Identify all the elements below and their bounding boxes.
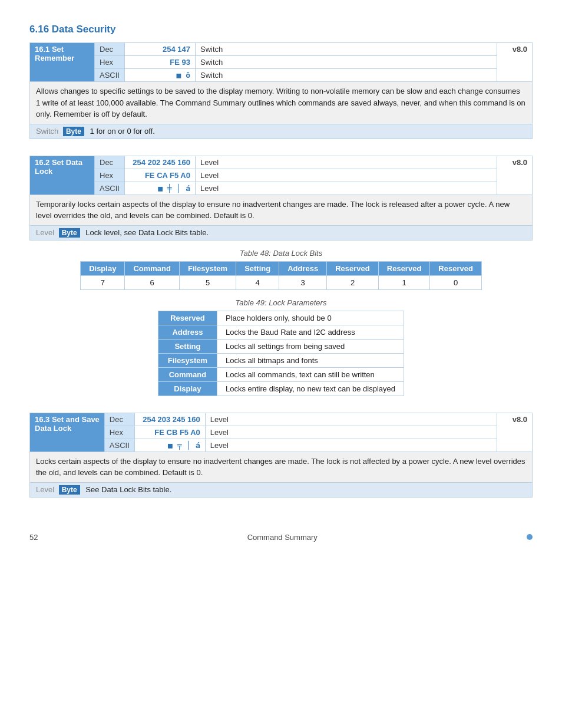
- cmd-163-hex-value: FE CB F5 A0: [134, 426, 205, 439]
- footer-label: Command Summary: [247, 533, 318, 542]
- cmd-162-param2: Level: [195, 169, 497, 182]
- cmd-162-param3: Level: [195, 182, 497, 195]
- cmd-163-version: v8.0: [497, 413, 533, 452]
- cmd-162-dec-value: 254 202 245 160: [124, 156, 195, 169]
- table49-row-5: DisplayLocks entire display, no new text…: [158, 381, 404, 396]
- table48-header-2: Filesystem: [179, 261, 236, 275]
- table48-value-1: 6: [125, 275, 180, 289]
- cmd-161-table: 16.1 Set Remember Dec 254 147 Switch v8.…: [29, 42, 533, 139]
- table48-value-7: 0: [430, 275, 482, 289]
- table48: DisplayCommandFilesystemSettingAddressRe…: [80, 261, 482, 290]
- cmd-163-param1: Level: [205, 413, 497, 426]
- table49-desc-5: Locks entire display, no new text can be…: [217, 381, 404, 396]
- table48-value-5: 2: [327, 275, 379, 289]
- table48-header-3: Setting: [236, 261, 279, 275]
- cmd-161-description: Allows changes to specific settings to b…: [30, 82, 533, 124]
- cmd-162-table: 16.2 Set Data Lock Dec 254 202 245 160 L…: [29, 156, 533, 241]
- table49: ReservedPlace holders only, should be 0A…: [158, 311, 404, 396]
- cmd-161-hex-value: FE 93: [124, 56, 195, 69]
- cmd-162-ascii-label: ASCII: [95, 182, 125, 195]
- cmd-163-param-row: Level Byte See Data Lock Bits table.: [30, 482, 533, 497]
- section-162: 16.2 Set Data Lock Dec 254 202 245 160 L…: [29, 156, 533, 396]
- cmd-162-version: v8.0: [497, 156, 533, 195]
- cmd-162-hex-label: Hex: [95, 169, 125, 182]
- footer-page: 52: [29, 533, 38, 542]
- table49-desc-2: Locks all settings from being saved: [217, 339, 404, 353]
- table49-name-4: Command: [158, 367, 217, 381]
- section-163: 16.3 Set and Save Data Lock Dec 254 203 …: [29, 413, 533, 498]
- table48-header-6: Reserved: [378, 261, 430, 275]
- table48-header-0: Display: [81, 261, 125, 275]
- table49-desc-4: Locks all commands, text can still be wr…: [217, 367, 404, 381]
- table49-row-4: CommandLocks all commands, text can stil…: [158, 367, 404, 381]
- cmd-162-ascii-value: ■ ╪ │ á: [124, 182, 195, 195]
- table48-value-6: 1: [378, 275, 430, 289]
- cmd-162-param1: Level: [195, 156, 497, 169]
- cmd-161-param-row: Switch Byte 1 for on or 0 for off.: [30, 124, 533, 139]
- table48-caption: Table 48: Data Lock Bits: [29, 249, 533, 258]
- table48-header-5: Reserved: [327, 261, 379, 275]
- cmd-163-id: 16.3 Set and Save Data Lock: [30, 413, 105, 452]
- table49-name-3: Filesystem: [158, 353, 217, 367]
- cmd-161-param3: Switch: [195, 69, 497, 82]
- cmd-162-hex-value: FE CA F5 A0: [124, 169, 195, 182]
- table48-value-4: 3: [279, 275, 327, 289]
- cmd-163-param2: Level: [205, 426, 497, 439]
- table48-header-7: Reserved: [430, 261, 482, 275]
- cmd-162-description: Temporarily locks certain aspects of the…: [30, 195, 533, 225]
- table48-header-4: Address: [279, 261, 327, 275]
- cmd-163-hex-label: Hex: [104, 426, 134, 439]
- cmd-161-version: v8.0: [497, 43, 533, 82]
- cmd-163-dec-value: 254 203 245 160: [134, 413, 205, 426]
- cmd-163-ascii-label: ASCII: [104, 439, 134, 452]
- table48-value-2: 5: [179, 275, 236, 289]
- cmd-161-dec-label: Dec: [95, 43, 125, 56]
- table49-caption: Table 49: Lock Parameters: [29, 298, 533, 307]
- cmd-163-param3: Level: [205, 439, 497, 452]
- table49-name-5: Display: [158, 381, 217, 396]
- table48-value-0: 7: [81, 275, 125, 289]
- table49-desc-3: Locks all bitmaps and fonts: [217, 353, 404, 367]
- table48-header-1: Command: [125, 261, 180, 275]
- table49-row-1: AddressLocks the Baud Rate and I2C addre…: [158, 325, 404, 339]
- cmd-161-dec-value: 254 147: [124, 43, 195, 56]
- cmd-161-ascii-label: ASCII: [95, 69, 125, 82]
- table48-value-3: 4: [236, 275, 279, 289]
- cmd-163-table: 16.3 Set and Save Data Lock Dec 254 203 …: [29, 413, 533, 498]
- page-footer: 52 Command Summary: [29, 533, 533, 542]
- table49-name-2: Setting: [158, 339, 217, 353]
- cmd-163-description: Locks certain aspects of the display to …: [30, 452, 533, 482]
- cmd-161-ascii-value: ■ ô: [124, 69, 195, 82]
- cmd-162-param-row: Level Byte Lock level, see Data Lock Bit…: [30, 225, 533, 240]
- table49-name-0: Reserved: [158, 311, 217, 325]
- cmd-162-id: 16.2 Set Data Lock: [30, 156, 95, 195]
- cmd-161-hex-label: Hex: [95, 56, 125, 69]
- cmd-163-dec-label: Dec: [104, 413, 134, 426]
- footer-dot-icon: [527, 534, 533, 540]
- section-title: 6.16 Data Security: [29, 24, 533, 35]
- cmd-161-param2: Switch: [195, 56, 497, 69]
- table49-row-0: ReservedPlace holders only, should be 0: [158, 311, 404, 325]
- cmd-161-param1: Switch: [195, 43, 497, 56]
- cmd-163-ascii-value: ■ ╤ │ á: [134, 439, 205, 452]
- cmd-161-id: 16.1 Set Remember: [30, 43, 95, 82]
- cmd-162-dec-label: Dec: [95, 156, 125, 169]
- table49-row-2: SettingLocks all settings from being sav…: [158, 339, 404, 353]
- section-161: 16.1 Set Remember Dec 254 147 Switch v8.…: [29, 42, 533, 139]
- table49-desc-0: Place holders only, should be 0: [217, 311, 404, 325]
- table49-name-1: Address: [158, 325, 217, 339]
- table49-row-3: FilesystemLocks all bitmaps and fonts: [158, 353, 404, 367]
- table49-desc-1: Locks the Baud Rate and I2C address: [217, 325, 404, 339]
